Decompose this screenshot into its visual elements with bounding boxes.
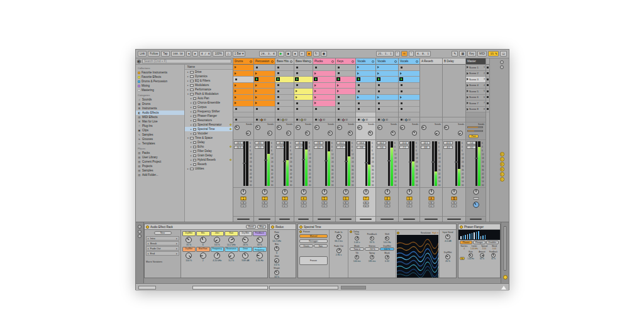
manual-button[interactable]: Manual xyxy=(299,234,328,238)
param-knob[interactable] xyxy=(370,255,374,259)
clip-slot[interactable] xyxy=(356,71,375,77)
solo-button[interactable]: S xyxy=(452,202,457,204)
playing-clip-button[interactable] xyxy=(377,77,380,81)
stereo-value[interactable]: - 53 % xyxy=(365,247,379,251)
follow-button[interactable]: Follow xyxy=(148,51,160,57)
nudge-down-icon[interactable]: ◂ xyxy=(186,51,192,57)
return-header[interactable]: B Delay xyxy=(443,58,465,65)
param-knob[interactable] xyxy=(274,270,279,275)
category-item-templates[interactable]: ▭Templates xyxy=(136,141,184,146)
rand-button[interactable]: Rand xyxy=(246,225,256,229)
send-b-knob[interactable] xyxy=(328,131,333,136)
send-a-slider[interactable] xyxy=(467,126,483,128)
pan-knob[interactable] xyxy=(241,189,247,195)
key-map-button[interactable]: Key xyxy=(467,51,476,57)
scene-row[interactable]: Scene 44 xyxy=(466,83,486,89)
param-knob[interactable] xyxy=(370,236,374,241)
clip-slot-stop[interactable] xyxy=(356,107,375,113)
punch-in-button[interactable]: ⌜ xyxy=(395,51,400,57)
view-toggle-x[interactable]: X xyxy=(500,177,504,182)
param-knob[interactable] xyxy=(385,255,389,259)
category-item-sounds[interactable]: ♫Sounds xyxy=(136,97,184,102)
clip-slot[interactable] xyxy=(294,77,313,83)
track-activator-button[interactable]: 6 xyxy=(343,197,348,200)
clip-slot[interactable] xyxy=(233,100,253,107)
rack-chain-row[interactable]: ▸End▸ xyxy=(146,251,179,256)
device-view-selector-icon[interactable] xyxy=(138,230,142,234)
playing-clip-button[interactable] xyxy=(399,77,403,81)
param-knob[interactable] xyxy=(274,234,279,239)
clip-slot-stop[interactable] xyxy=(399,89,419,95)
tree-item[interactable]: ▸Utilities xyxy=(185,166,233,171)
send-a-knob[interactable] xyxy=(255,125,260,130)
send-b-slider[interactable] xyxy=(467,130,483,132)
macro-knob[interactable] xyxy=(200,237,206,243)
clip-slot[interactable] xyxy=(336,83,355,89)
clip-slot-stop[interactable] xyxy=(275,89,294,95)
param-knob[interactable] xyxy=(469,253,473,257)
chain-play-icon[interactable]: ▸ xyxy=(148,237,149,240)
scrollbar-track-segment[interactable] xyxy=(269,286,338,290)
nudge-up-icon[interactable]: ▸ xyxy=(192,51,198,57)
place-item[interactable]: ▤Samples xyxy=(136,168,184,173)
clip-slot[interactable] xyxy=(376,77,398,83)
clip-slot-stop[interactable] xyxy=(399,83,419,89)
io-circle-icon[interactable] xyxy=(500,60,504,64)
macro-knob[interactable] xyxy=(186,252,192,259)
pan-knob[interactable] xyxy=(384,189,390,195)
redux-title-bar[interactable]: Redux xyxy=(270,224,296,230)
volume-fader[interactable] xyxy=(284,141,286,186)
capture-midi-button[interactable]: ◉ xyxy=(321,51,327,57)
arm-button[interactable]: ● xyxy=(406,205,412,207)
clip-slot[interactable] xyxy=(254,71,275,77)
solo-button[interactable]: S xyxy=(406,202,412,204)
clip-slot-stop[interactable] xyxy=(254,107,275,113)
rack-chain-row[interactable]: ▸Break▸ xyxy=(146,241,179,246)
send-b-knob[interactable] xyxy=(435,131,440,136)
clip-slot[interactable] xyxy=(313,83,335,89)
freeze-section-toggle[interactable] xyxy=(299,230,302,233)
place-item[interactable]: ▤Add Folder... xyxy=(136,173,184,177)
clip-slot-stop[interactable] xyxy=(399,100,419,107)
scene-row[interactable]: Scene 33 xyxy=(466,77,486,83)
tree-item[interactable]: ▸Phaser-Flanger xyxy=(185,114,233,118)
clip-slot-stop[interactable] xyxy=(275,100,294,107)
tree-item[interactable]: ▸Drive xyxy=(185,70,233,74)
scene-launch-icon[interactable] xyxy=(467,84,469,87)
post-toggle[interactable]: Post xyxy=(469,134,479,138)
pan-knob[interactable] xyxy=(321,189,327,195)
volume-value[interactable]: -13.4 xyxy=(357,141,366,144)
clip-slot[interactable] xyxy=(275,77,294,83)
tree-item[interactable]: ▸Spectral Time xyxy=(185,127,233,131)
send-b-knob[interactable] xyxy=(305,131,310,136)
send-a-knob[interactable] xyxy=(377,125,382,130)
param-knob[interactable] xyxy=(480,253,484,257)
volume-value[interactable]: -11.5 xyxy=(443,141,453,144)
solo-button[interactable]: S xyxy=(384,202,390,204)
clip-slot-stop[interactable] xyxy=(275,71,294,77)
track-activator-button[interactable]: 2 xyxy=(262,197,267,200)
map-button[interactable]: Map xyxy=(257,225,266,229)
track-header[interactable]: Vocals xyxy=(399,58,419,65)
arm-button[interactable]: ● xyxy=(241,205,247,207)
scene-row[interactable]: Scene 22 xyxy=(466,71,486,77)
macro-knob[interactable] xyxy=(228,237,235,243)
tree-item[interactable]: ▸Echo xyxy=(185,144,233,149)
browser-name-column-header[interactable]: Name xyxy=(185,65,233,70)
param-knob[interactable] xyxy=(274,246,279,251)
play-button[interactable]: ▶ xyxy=(278,51,284,57)
pan-knob[interactable] xyxy=(301,189,306,195)
clip-slot[interactable] xyxy=(233,71,253,77)
clip-slot-stop[interactable] xyxy=(294,100,313,107)
rack-chain-row[interactable]: ▸Intro▸ xyxy=(146,236,179,241)
pan-knob[interactable] xyxy=(262,189,267,195)
punch-out-button[interactable]: ⌝ xyxy=(409,51,414,57)
track-header[interactable]: Vocals xyxy=(356,58,375,65)
time-signature-field[interactable]: 4 / 4 xyxy=(199,51,212,57)
clip-slot[interactable] xyxy=(313,89,335,95)
clip-slot-stop[interactable] xyxy=(399,65,419,71)
spectrum-toggle[interactable] xyxy=(397,232,399,234)
computer-midi-keyboard-icon[interactable]: ▦ xyxy=(459,51,466,57)
clip-slot-stop[interactable] xyxy=(233,107,253,113)
clip-slot-stop[interactable] xyxy=(399,107,419,113)
